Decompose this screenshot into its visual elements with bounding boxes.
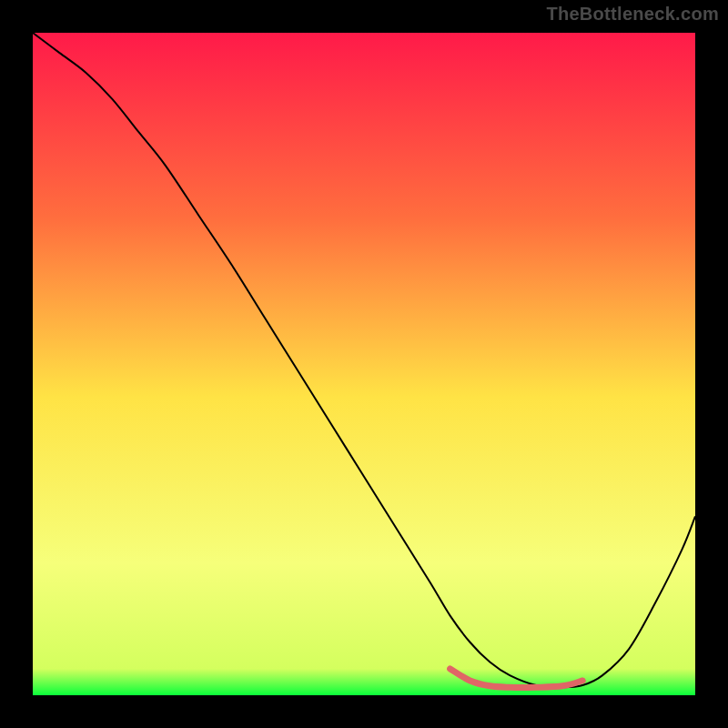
plot-area xyxy=(33,33,695,695)
watermark-text: TheBottleneck.com xyxy=(546,4,719,25)
chart-wrapper: TheBottleneck.com xyxy=(0,0,728,728)
chart-svg xyxy=(33,33,695,695)
gradient-background xyxy=(33,33,695,695)
